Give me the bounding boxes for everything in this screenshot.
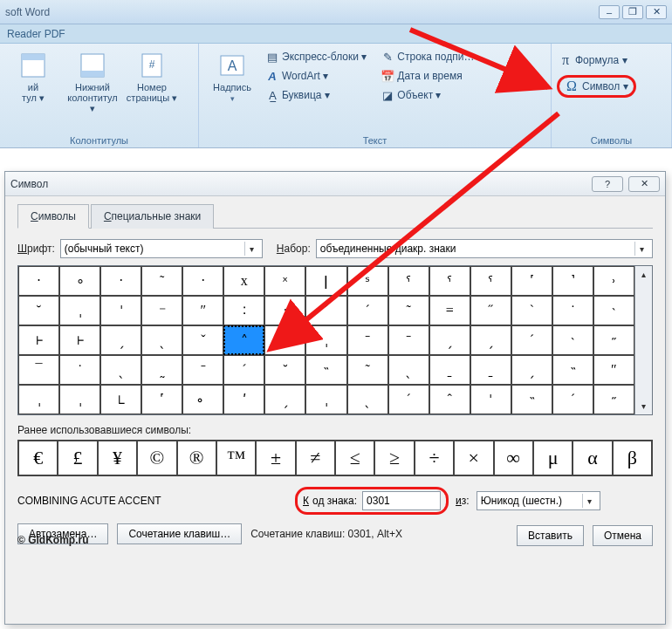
symbol-cell[interactable]: ˝ [470, 296, 511, 325]
symbol-cell[interactable]: ˆ [429, 385, 470, 414]
symbol-cell[interactable]: ˶ [593, 385, 634, 414]
recent-symbol-cell[interactable]: ÷ [415, 441, 454, 475]
symbol-cell[interactable]: ˤ [429, 266, 470, 296]
symbol-cell[interactable]: ˫ [59, 325, 100, 355]
symbol-cell[interactable]: ˁ [470, 266, 511, 296]
symbol-cell[interactable]: ´ [552, 385, 593, 414]
recent-symbol-cell[interactable]: × [454, 441, 493, 475]
symbol-cell[interactable]: ˍ [429, 355, 470, 385]
quickparts-button[interactable]: ▤Экспресс-блоки ▾ [264, 47, 368, 66]
symbol-cell[interactable]: ˜ [388, 296, 429, 325]
symbol-cell[interactable]: ∘ [59, 266, 100, 296]
symbol-cell[interactable]: ´ [223, 355, 264, 385]
symbol-cell[interactable]: ″ [182, 296, 223, 325]
page-number-button[interactable]: # Номерстраницы ▾ [124, 47, 180, 106]
symbol-cell[interactable]: ˌ [18, 385, 59, 414]
signature-line-button[interactable]: ✎Строка подпи… [379, 47, 476, 66]
symbol-cell[interactable]: ˺ [552, 266, 593, 296]
symbol-cell[interactable]: ˏ [470, 325, 511, 355]
symbol-cell[interactable]: ʹ [223, 385, 264, 414]
symbol-cell[interactable]: ˴ [552, 325, 593, 355]
symbol-cell[interactable]: ´ [511, 325, 552, 355]
recent-symbol-cell[interactable]: α [573, 441, 612, 475]
symbol-cell[interactable]: · [100, 266, 141, 296]
symbol-cell[interactable]: ˍ [470, 355, 511, 385]
from-select[interactable]: Юникод (шестн.) ▾ [477, 491, 600, 510]
recent-symbol-cell[interactable]: β [613, 441, 652, 475]
symbol-cell[interactable]: ´ [305, 296, 346, 325]
symbol-cell[interactable]: ˙ [552, 296, 593, 325]
symbol-cell[interactable]: ˉ [347, 325, 388, 355]
object-button[interactable]: ◪Объект ▾ [379, 85, 476, 105]
symbol-cell[interactable]: ˵ [511, 385, 552, 414]
recent-symbol-cell[interactable]: £ [58, 441, 97, 475]
symbol-cell[interactable]: ⁻ [141, 296, 182, 325]
recent-symbol-cell[interactable]: ± [256, 441, 295, 475]
date-time-button[interactable]: 📅Дата и время [379, 66, 476, 85]
symbol-cell[interactable]: ` [511, 296, 552, 325]
recent-symbol-cell[interactable]: ≥ [374, 441, 414, 475]
symbol-cell[interactable]: ˜ [347, 355, 388, 385]
grid-scrollbar[interactable]: ▴ ▾ [634, 266, 652, 414]
symbol-cell[interactable]: ˙ [59, 355, 100, 385]
symbol-cell[interactable]: ´ [388, 385, 429, 414]
symbol-cell[interactable]: ″ [593, 355, 634, 385]
recent-symbols-grid[interactable]: €£¥©®™±≠≤≥÷×∞μαβ [17, 440, 653, 476]
symbol-button[interactable]: Ω Символ ▾ [557, 75, 636, 98]
recent-symbol-cell[interactable]: ¥ [98, 441, 137, 475]
symbol-cell[interactable]: x [223, 266, 264, 296]
symbol-cell[interactable]: ˵ [305, 355, 346, 385]
symbol-grid[interactable]: ·∘·˜·xˣǀˢˁˤˁ˹˺˒˘ˌˈ⁻″˸·´´˜=˝`˙˴˫˫ˏˎˇ˄ˆˌˉˉ… [18, 266, 634, 414]
symbol-cell[interactable]: ˹ [141, 385, 182, 414]
close-button[interactable]: ✕ [646, 5, 667, 19]
symbol-cell[interactable]: ˘ [264, 355, 305, 385]
symbol-cell[interactable]: ˏ [429, 325, 470, 355]
symbol-cell[interactable]: ˎ [388, 355, 429, 385]
symbol-cell[interactable]: ˵ [552, 355, 593, 385]
symbol-cell[interactable]: ⃘ [182, 385, 223, 414]
symbol-cell[interactable]: ˇ [182, 325, 223, 355]
symbol-cell[interactable]: ˁ [388, 266, 429, 296]
recent-symbol-cell[interactable]: © [137, 441, 176, 475]
recent-symbol-cell[interactable]: ∞ [494, 441, 533, 475]
shortcut-key-button[interactable]: Сочетание клавиш… [117, 523, 242, 544]
symbol-cell[interactable]: ˷ [141, 355, 182, 385]
symbol-cell[interactable]: ˪ [100, 385, 141, 414]
wordart-button[interactable]: AWordArt ▾ [264, 66, 368, 85]
symbol-cell[interactable]: ˆ [264, 325, 305, 355]
symbol-cell[interactable]: ǀ [305, 266, 346, 296]
symbol-cell[interactable]: ˸ [223, 296, 264, 325]
symbol-cell[interactable]: ˴ [593, 296, 634, 325]
tab-special-chars[interactable]: Специальные знаки [91, 204, 214, 229]
symbol-cell[interactable]: ˌ [305, 385, 346, 414]
symbol-cell[interactable]: ˉ [388, 325, 429, 355]
dialog-help-button[interactable]: ? [592, 176, 623, 192]
symbol-cell[interactable]: ˫ [18, 325, 59, 355]
symbol-cell[interactable]: ˈ [470, 385, 511, 414]
textbox-button[interactable]: A Надпись▾ [204, 47, 260, 107]
maximize-button[interactable]: ❐ [622, 5, 643, 19]
insert-button[interactable]: Вставить [517, 525, 584, 546]
symbol-cell[interactable]: · [18, 266, 59, 296]
cancel-button[interactable]: Отмена [593, 525, 653, 546]
symbol-cell[interactable]: ˎ [100, 355, 141, 385]
symbol-cell[interactable]: ´ [347, 296, 388, 325]
recent-symbol-cell[interactable]: ≤ [335, 441, 374, 475]
char-code-input[interactable]: 0301 [362, 491, 441, 510]
symbol-cell[interactable]: ˣ [264, 266, 305, 296]
recent-symbol-cell[interactable]: μ [533, 441, 573, 475]
symbol-cell[interactable]: ˎ [347, 385, 388, 414]
symbol-cell[interactable]: ˈ [100, 296, 141, 325]
symbol-cell[interactable]: ¯ [18, 355, 59, 385]
symbol-cell[interactable]: · [264, 296, 305, 325]
symbol-cell[interactable]: ˏ [511, 355, 552, 385]
symbol-cell[interactable]: ˄ [223, 325, 264, 355]
footer-button[interactable]: Нижнийколонтитул ▾ [65, 47, 120, 117]
dialog-close-button[interactable]: ✕ [628, 176, 660, 192]
symbol-cell[interactable]: ˎ [141, 325, 182, 355]
symbol-cell[interactable]: ˌ [59, 385, 100, 414]
font-select[interactable]: (обычный текст) ▾ [60, 239, 263, 258]
symbol-cell[interactable]: ˏ [100, 325, 141, 355]
symbol-cell[interactable]: ˢ [347, 266, 388, 296]
symbol-cell[interactable]: ˌ [305, 325, 346, 355]
